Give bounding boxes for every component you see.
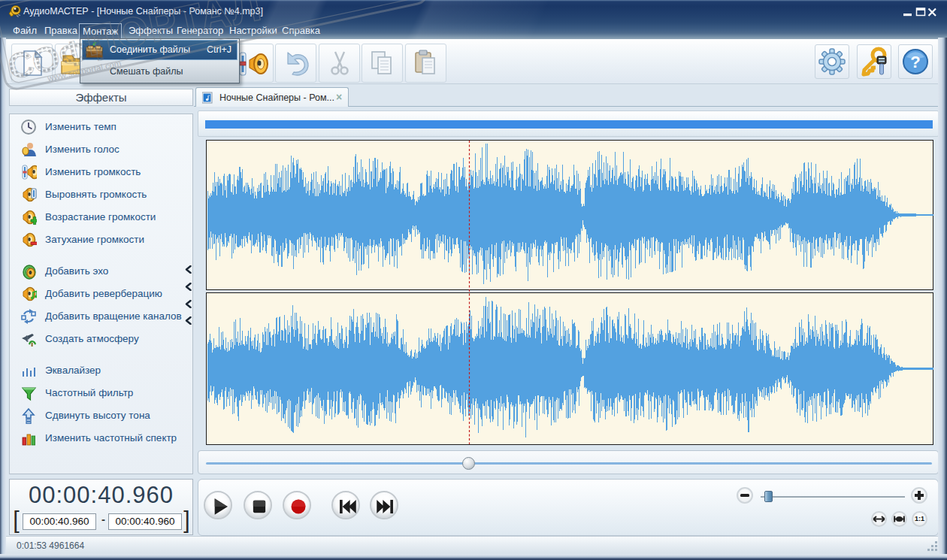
svg-text:?: ? (910, 53, 920, 71)
